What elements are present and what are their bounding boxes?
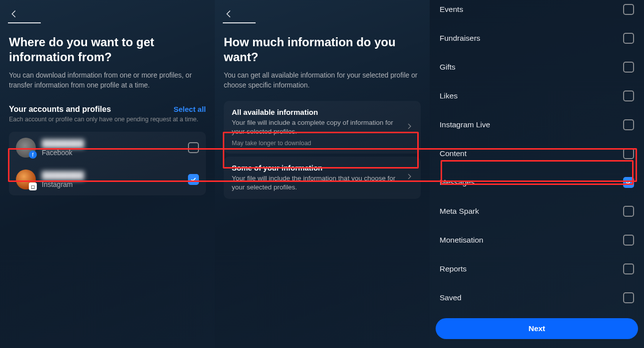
category-row[interactable]: Events — [430, 0, 644, 24]
category-checkbox[interactable] — [623, 33, 634, 44]
account-platform: Facebook — [42, 149, 182, 157]
page-desc: You can get all available information fo… — [224, 71, 421, 90]
category-checkbox[interactable] — [623, 62, 634, 73]
category-checkbox[interactable] — [623, 235, 634, 246]
category-row[interactable]: Content — [430, 139, 644, 168]
option-title: All available information — [232, 108, 400, 116]
check-icon — [625, 179, 632, 186]
category-label: Meta Spark — [440, 207, 479, 216]
account-row-instagram[interactable]: ◻ ████████ Instagram — [9, 164, 206, 195]
category-checkbox[interactable] — [623, 90, 634, 101]
option-sub: Your file will include the information t… — [232, 174, 400, 192]
chevron-right-icon — [406, 173, 413, 182]
option-all-info[interactable]: All available information Your file will… — [224, 101, 421, 153]
category-checkbox[interactable] — [623, 263, 634, 274]
section-sub: Each account or profile can only have on… — [9, 116, 206, 123]
avatar: f — [16, 138, 36, 158]
category-row[interactable]: Monetisation — [430, 226, 644, 255]
progress-indicator — [223, 22, 256, 23]
account-platform: Instagram — [42, 180, 182, 188]
avatar: ◻ — [16, 170, 36, 189]
category-checkbox[interactable] — [623, 177, 634, 188]
category-checkbox[interactable] — [623, 206, 634, 217]
category-label: Likes — [440, 91, 458, 100]
category-label: Content — [440, 149, 466, 158]
account-row-facebook[interactable]: f ████████ Facebook — [9, 132, 206, 164]
chevron-right-icon — [406, 123, 413, 132]
check-icon — [190, 176, 197, 183]
back-button[interactable] — [222, 7, 236, 21]
account-name: ████████ — [42, 171, 182, 179]
panel-categories: EventsFundraisersGiftsLikesInstagram Liv… — [430, 0, 644, 348]
category-row[interactable]: Saved — [430, 283, 644, 312]
select-all-link[interactable]: Select all — [174, 105, 206, 113]
page-desc: You can download information from one or… — [9, 71, 206, 90]
category-label: Reports — [440, 264, 466, 273]
chevron-left-icon — [224, 9, 233, 18]
next-button[interactable]: Next — [436, 318, 638, 339]
category-list: EventsFundraisersGiftsLikesInstagram Liv… — [430, 0, 644, 341]
page-title: Where do you want to get information fro… — [9, 35, 206, 65]
progress-indicator — [8, 22, 41, 23]
category-label: Instagram Live — [440, 120, 490, 129]
category-label: Messages — [440, 178, 475, 187]
category-label: Events — [440, 5, 463, 14]
account-checkbox[interactable] — [188, 174, 199, 185]
category-label: Fundraisers — [440, 34, 480, 43]
option-title: Some of your information — [232, 164, 400, 172]
category-row[interactable]: Meta Spark — [430, 197, 644, 226]
option-sub: Your file will include a complete copy o… — [232, 118, 400, 136]
category-row[interactable]: Likes — [430, 82, 644, 110]
category-checkbox[interactable] — [623, 292, 634, 303]
category-checkbox[interactable] — [623, 4, 634, 15]
category-row[interactable]: Instagram Live — [430, 110, 644, 139]
account-checkbox[interactable] — [188, 142, 199, 153]
category-label: Monetisation — [440, 236, 483, 245]
instagram-badge-icon: ◻ — [29, 182, 37, 190]
back-button[interactable] — [7, 7, 21, 21]
account-name: ████████ — [42, 139, 182, 148]
accounts-card: f ████████ Facebook ◻ ████████ Instagram — [9, 132, 206, 195]
page-title: How much information do you want? — [224, 35, 421, 65]
option-some-info[interactable]: Some of your information Your file will … — [224, 157, 421, 199]
section-title: Your accounts and profiles — [9, 105, 111, 114]
category-row[interactable]: Messages — [430, 168, 644, 197]
chevron-left-icon — [9, 9, 18, 18]
category-row[interactable]: Reports — [430, 255, 644, 283]
option-note: May take longer to download — [232, 140, 400, 147]
category-checkbox[interactable] — [623, 119, 634, 130]
category-checkbox[interactable] — [623, 148, 634, 159]
category-row[interactable]: Fundraisers — [430, 24, 644, 53]
panel-how-much-info: How much information do you want? You ca… — [215, 0, 430, 348]
category-row[interactable]: Gifts — [430, 53, 644, 82]
panel-select-profile: Where do you want to get information fro… — [0, 0, 215, 348]
category-label: Saved — [440, 293, 461, 302]
facebook-badge-icon: f — [29, 151, 37, 159]
category-label: Gifts — [440, 63, 456, 72]
